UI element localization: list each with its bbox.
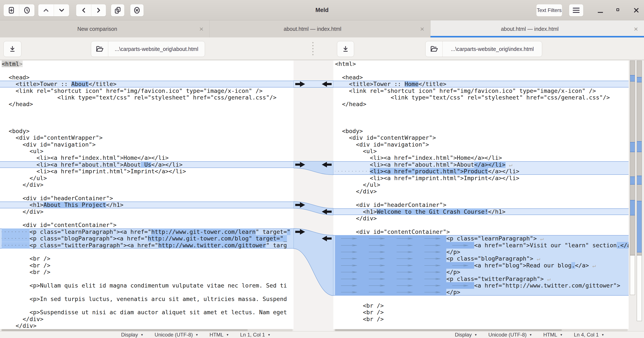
scrollbar-thumb[interactable] [2, 329, 248, 331]
code-line: <html> [333, 60, 628, 67]
code-line: <div id="contentContainer"> [0, 222, 294, 228]
left-editor-pane[interactable]: <html> <head> <title>Tower :: About</tit… [0, 60, 294, 329]
tab-label: about.html — index.html [430, 20, 629, 38]
chunk-map-mark[interactable] [630, 75, 635, 82]
encoding-menu[interactable]: Unicode (UTF-8)▼ [155, 332, 198, 338]
tab-close-icon[interactable]: × [420, 20, 424, 38]
toolbar-group-new [4, 4, 35, 16]
chunk-map-mark[interactable] [630, 200, 635, 216]
chevron-up-icon [42, 6, 50, 14]
close-window-button[interactable] [632, 0, 641, 20]
meld-window: Meld Text Filters New comparison × about… [0, 0, 644, 338]
code-line: </div> [333, 215, 628, 222]
next-pane-button[interactable] [91, 4, 106, 16]
history-clock-icon [23, 6, 31, 14]
code-line: <p>Suspendisse ut nisi ac diam auctor al… [0, 309, 294, 316]
folder-segment[interactable] [91, 41, 108, 57]
chunk-map-mark[interactable] [637, 201, 642, 252]
save-left-button[interactable] [4, 41, 22, 57]
tab-close-icon[interactable]: × [634, 20, 638, 38]
next-change-button[interactable] [54, 4, 69, 16]
chunk-map-mark[interactable] [637, 141, 642, 152]
code-line: </head> [333, 101, 628, 108]
code-line [333, 67, 628, 74]
status-bar: Display▼ Unicode (UTF-8)▼ HTML▼ Ln 1, Co… [0, 331, 644, 338]
code-line: <body> [333, 128, 628, 134]
chunk-map-mark[interactable] [637, 77, 642, 82]
close-comparison-button[interactable] [130, 4, 144, 16]
left-file-chooser[interactable]: ...\carparts-website_orig\about.html [91, 41, 205, 57]
save-right-button[interactable] [337, 41, 354, 57]
folder-segment[interactable] [426, 41, 443, 57]
chevron-left-icon [80, 6, 88, 14]
tab-comparison-2-active[interactable]: about.html — index.html × [430, 20, 644, 38]
code-line: <li><a href="product.html">Product</a></… [333, 168, 628, 174]
code-line: <br /> [0, 255, 294, 262]
code-line [333, 195, 628, 202]
restore-button[interactable] [614, 0, 623, 20]
copy-button[interactable] [111, 4, 124, 16]
tab-whitespace-icon: → [418, 276, 446, 282]
code-line [0, 289, 294, 296]
code-line: </div> [0, 322, 294, 329]
restore-icon [616, 8, 619, 11]
display-menu[interactable]: Display▼ [455, 332, 477, 338]
active-tab-underline [430, 36, 644, 38]
code-line: <title>Tower :: Home</title> [333, 81, 628, 87]
code-line [0, 114, 294, 121]
tab-close-icon[interactable]: × [199, 20, 204, 38]
right-file-chooser[interactable]: ...\carparts-website_orig\index.html [425, 41, 542, 57]
code-line [333, 121, 628, 128]
dropdown-icon: ▼ [195, 333, 198, 336]
folder-open-icon [96, 45, 104, 53]
code-line: <p>Nullam quis elit id magna condimentum… [0, 282, 294, 289]
code-line [0, 215, 294, 222]
previous-pane-button[interactable] [76, 4, 91, 16]
chunk-map-mark[interactable] [630, 142, 635, 152]
chunk-map-segment [637, 255, 642, 321]
pane-resize-handle[interactable] [312, 42, 314, 56]
cursor-position-menu[interactable]: Ln 1, Col 1▼ [240, 332, 270, 338]
tab-whitespace-icon: → [446, 242, 474, 248]
code-line: <div id="headerContainer"> [333, 202, 628, 208]
code-line: </div> [0, 182, 294, 188]
chevron-down-icon [58, 6, 66, 14]
code-line: <h1>About This Project</h1> [0, 202, 294, 208]
menu-button[interactable] [569, 4, 584, 16]
diff-area: <html> <head> <title>Tower :: About</tit… [0, 60, 644, 331]
code-line: <br /> [0, 262, 294, 269]
close-circle-icon [133, 6, 141, 14]
history-button[interactable] [19, 4, 34, 16]
text-filters-label: Text Filters [537, 7, 562, 13]
status-left: Display▼ Unicode (UTF-8)▼ HTML▼ Ln 1, Co… [121, 331, 270, 338]
tab-comparison-1[interactable]: about.html — index.html × [210, 20, 430, 38]
new-comparison-button[interactable] [4, 4, 19, 16]
diff-link-band [294, 161, 333, 175]
right-horizontal-scrollbar[interactable] [334, 329, 628, 331]
display-menu[interactable]: Display▼ [121, 332, 144, 338]
encoding-menu[interactable]: Unicode (UTF-8)▼ [488, 332, 532, 338]
chunk-map-mark[interactable] [630, 176, 635, 184]
syntax-menu[interactable]: HTML▼ [210, 332, 229, 338]
tab-whitespace-icon: → [418, 269, 446, 275]
left-horizontal-scrollbar[interactable] [1, 329, 293, 331]
code-line: <br /> [333, 309, 628, 316]
code-line: <head> [0, 74, 294, 81]
scrollbar-thumb[interactable] [335, 329, 562, 331]
cursor-position-menu[interactable]: Ln 4, Col 1▼ [574, 332, 604, 338]
diff-link-bands[interactable] [294, 60, 333, 330]
text-filters-button[interactable]: Text Filters [536, 4, 562, 16]
tab-new-comparison[interactable]: New comparison × [0, 20, 210, 38]
right-editor-pane[interactable]: <html> <head> <title>Tower :: Home</titl… [333, 60, 628, 329]
code-line: <p>In sed turpis luctus, venenatis arcu … [0, 296, 294, 302]
code-line: <div id="headerContainer"> [0, 195, 294, 202]
code-line: </head> [0, 101, 294, 108]
syntax-menu[interactable]: HTML▼ [543, 332, 563, 338]
chunk-map-mark[interactable] [637, 176, 642, 184]
minimize-button[interactable] [596, 0, 605, 20]
code-line: <br /> [0, 269, 294, 275]
hamburger-icon [573, 8, 580, 13]
code-line: →→→→<p class="blogParagraph"> ↵ [333, 255, 628, 262]
previous-change-button[interactable] [38, 4, 54, 16]
code-line: <ul> [0, 148, 294, 154]
